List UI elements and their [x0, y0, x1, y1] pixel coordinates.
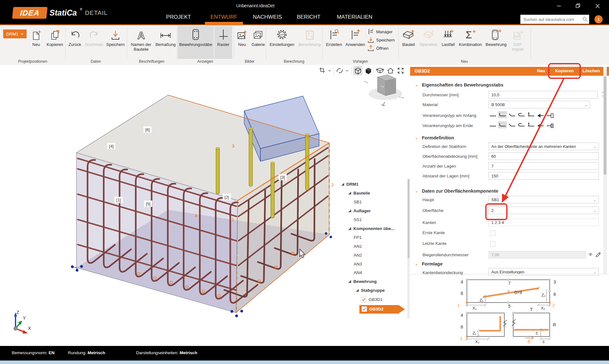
- show-grid-toggle[interactable]: Raster: [214, 26, 232, 59]
- tree-item-an2[interactable]: AN2: [354, 253, 362, 258]
- template-save-button[interactable]: Speichern: [367, 36, 395, 44]
- tab-projekt[interactable]: PROJEKT: [166, 12, 191, 22]
- panel-delete-button[interactable]: Löschen: [582, 68, 600, 73]
- anchor-plate-icon[interactable]: [546, 111, 554, 118]
- panel-scrollbar-thumb[interactable]: [604, 76, 606, 175]
- anchor-plate-filled-icon[interactable]: [546, 121, 554, 128]
- anchor-hook-45-icon[interactable]: [508, 111, 516, 118]
- panel-copy-button[interactable]: Kopieren: [555, 68, 574, 73]
- anchor-foot-icon[interactable]: [527, 121, 535, 128]
- tab-materialien[interactable]: MATERIALIEN: [337, 12, 372, 22]
- template-create-button[interactable]: Erstellen: [324, 27, 344, 57]
- checkbox-checked[interactable]: [362, 306, 367, 312]
- settings-button[interactable]: </> Einstellungen: [268, 27, 296, 57]
- new-reinforcement-button[interactable]: Bewehrung: [484, 27, 508, 57]
- section-formdefinition[interactable]: ⌄Formdefinition: [422, 135, 454, 140]
- section-oberflaechenkomponente[interactable]: ⌄Daten zur Oberflächenkomponente: [422, 188, 498, 194]
- anzahl-input[interactable]: 7: [488, 162, 599, 170]
- maximize-button[interactable]: [572, 2, 584, 10]
- material-select[interactable]: B 500B⌄: [488, 101, 590, 108]
- tree-item-an4[interactable]: AN4: [354, 270, 362, 275]
- dxf-import-button[interactable]: DXF DXFImport: [509, 27, 527, 57]
- tab-entwurf[interactable]: ENTWURF: [211, 12, 238, 22]
- section-formlage[interactable]: ⌄Formlage: [422, 261, 442, 266]
- calculation-button[interactable]: Berechnung: [298, 27, 322, 57]
- panel-new-button[interactable]: Neu: [537, 68, 545, 73]
- navigation-cube[interactable]: +y: [364, 75, 403, 106]
- tree-item-fp1[interactable]: FP1: [354, 235, 362, 240]
- expander-icon[interactable]: [341, 183, 344, 186]
- expander-icon[interactable]: [348, 209, 351, 212]
- erste-kante-checkbox[interactable]: [490, 230, 495, 236]
- anchor-hook-180-icon[interactable]: [517, 111, 526, 118]
- show-rebar-toggle[interactable]: Bewehrungsstäbe: [178, 26, 214, 59]
- checkbox-checked[interactable]: [361, 297, 366, 302]
- info-button[interactable]: i: [594, 15, 603, 23]
- tree-item-an1[interactable]: AN1: [354, 244, 362, 249]
- close-button[interactable]: [591, 2, 604, 10]
- tree-item-an3[interactable]: AN3: [354, 262, 362, 266]
- expander-icon[interactable]: [348, 280, 351, 283]
- abstand-input[interactable]: 150: [488, 172, 599, 180]
- template-open-button[interactable]: Öffnen: [367, 44, 389, 52]
- oberflaeche-select[interactable]: 2⌄: [488, 207, 599, 214]
- new-image-button[interactable]: Neu: [235, 27, 249, 57]
- undo-button[interactable]: Zurück: [67, 27, 83, 57]
- stabform-select[interactable]: An der Oberflächenkante an mehreren Kant…: [488, 143, 599, 150]
- new-loadcase-button[interactable]: Lastfall: [440, 27, 457, 57]
- tree-item-sb1[interactable]: SB1: [354, 200, 362, 204]
- anchor-straight-icon[interactable]: [488, 121, 497, 128]
- save-button[interactable]: Speichern: [105, 27, 126, 57]
- new-member-button[interactable]: Bauteil: [400, 27, 417, 57]
- copy-position-button[interactable]: Kopieren: [44, 27, 65, 57]
- member-names-button[interactable]: A Namen der Bauteile: [128, 27, 154, 57]
- tree-item-stabgruppe[interactable]: Stabgruppe: [356, 288, 385, 293]
- svg-text:6: 6: [553, 292, 556, 297]
- tree-scrollbar[interactable]: [407, 179, 410, 318]
- anchor-straight-icon[interactable]: [488, 111, 497, 118]
- expander-icon[interactable]: [348, 227, 351, 230]
- anchor-foot-icon[interactable]: [527, 111, 535, 118]
- kanten-value[interactable]: 1 2 3 4: [488, 219, 599, 226]
- tree-scrollbar-thumb[interactable]: [408, 179, 409, 258]
- edit-pencil-button[interactable]: [595, 251, 601, 257]
- tree-item-ss1[interactable]: SS1: [354, 217, 362, 222]
- anchor-welded-icon[interactable]: [536, 111, 545, 118]
- letzte-kante-checkbox[interactable]: [490, 241, 495, 246]
- tab-nachweis[interactable]: NACHWEIS: [253, 12, 282, 22]
- project-position-selector[interactable]: DRM1: [3, 29, 27, 38]
- check-icon: [363, 308, 366, 311]
- viewport-3d[interactable]: 3 2 4 1 [6] [4] [3] [1] [5] [2]: [0, 65, 410, 346]
- expander-icon[interactable]: [356, 289, 359, 292]
- tree-item-bauteile[interactable]: Bauteile: [348, 191, 370, 195]
- tree-item-auflager[interactable]: Auflager: [348, 208, 371, 213]
- template-manager-button[interactable]: Manager: [367, 28, 392, 35]
- tree-item-gb3d1[interactable]: GB3D1: [361, 297, 383, 302]
- expander-icon[interactable]: [348, 192, 351, 195]
- abdeckung-input[interactable]: 60: [488, 152, 599, 160]
- anchor-welded-icon[interactable]: [536, 121, 545, 128]
- anchor-hook-180-icon[interactable]: [517, 121, 526, 128]
- tree-item-gb3d2[interactable]: GB3D2: [362, 306, 383, 312]
- dimension-button[interactable]: Bemaßung: [155, 27, 176, 57]
- gallery-button[interactable]: Galerie: [249, 27, 267, 57]
- search-box[interactable]: [520, 15, 589, 24]
- durchmesser-input[interactable]: 10,0: [488, 91, 598, 99]
- tab-bericht[interactable]: BERICHT: [297, 12, 321, 22]
- section-eigenschaften[interactable]: ⌄Eigenschaften des Bewehrungsstabs: [422, 82, 503, 87]
- minimize-button[interactable]: [553, 2, 565, 10]
- new-operation-button[interactable]: Operation: [418, 27, 439, 57]
- anchor-hook-up-icon[interactable]: [498, 111, 507, 118]
- new-combination-button[interactable]: Σ Kombination: [457, 27, 483, 57]
- anchor-hook-up-icon[interactable]: [498, 121, 507, 128]
- anchor-hook-45-icon[interactable]: [508, 121, 516, 128]
- tree-item-drm1[interactable]: DRM1: [341, 182, 358, 187]
- haupt-select[interactable]: SB1⌄: [488, 196, 599, 203]
- new-position-button[interactable]: Neu: [28, 27, 44, 57]
- tree-item-bewehrung[interactable]: Bewehrung: [348, 279, 377, 284]
- tree-item-komponenten[interactable]: Komponenten übe...: [348, 226, 395, 231]
- search-input[interactable]: [521, 17, 581, 22]
- template-apply-button[interactable]: Anwenden: [344, 27, 366, 57]
- kantenbeton-select[interactable]: Aus Einstellungen⌄: [488, 268, 599, 276]
- redo-button[interactable]: Nochmals: [83, 27, 105, 57]
